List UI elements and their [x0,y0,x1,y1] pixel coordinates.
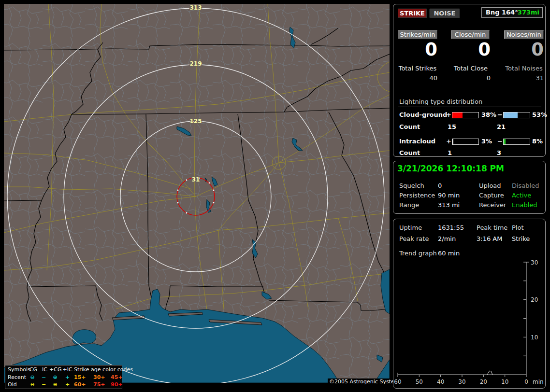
recent-pos-ic-icon: + [61,374,74,381]
bearing-readout: Bng 164° 373mi [481,7,543,18]
y-tick-30: 30 [531,260,538,266]
x-axis-unit: min [533,378,544,385]
x-tick-60: 60 [394,378,401,385]
cg-minus-bar [503,112,530,118]
squelch-label: Squelch [399,182,424,189]
x-tick-20: 20 [480,378,487,385]
legend-symbols-header: Symbols [8,366,27,374]
copyright-text: ©2005 Astrogenic Systems [328,378,404,385]
nexstorm-window: 313 219 125 31 Symbols -CG -IC +CG +IC S… [0,0,550,392]
squelch-value: 0 [438,182,442,189]
legend-col-nic: -IC [38,366,49,374]
ic-plus-count: 1 [448,149,452,156]
ic-plus-sign: + [446,138,451,145]
age-15: 15+ [74,374,93,381]
cg-plus-bar [452,112,479,118]
lightning-map[interactable]: 313 219 125 31 [4,4,390,383]
x-tick-10: 10 [501,378,508,385]
receiver-label: Receiver [479,201,506,209]
ring-label-219: 219 [189,60,202,67]
recent-pos-cg-icon: ⊕ [49,374,61,381]
map-canvas[interactable]: 313 219 125 31 [4,4,390,383]
y-tick-20: 20 [531,296,538,303]
close-per-min-button[interactable]: Close/min [451,30,490,39]
capture-status: Active [512,192,531,199]
trend-chart: 30 20 10 60 50 40 30 20 10 0 min [393,260,545,386]
age-45: 45+ [111,374,125,381]
cg-plus-pct: 38% [481,111,496,118]
peak-rate-value: 2/min [438,235,456,242]
recent-neg-cg-icon: ⊖ [27,374,38,381]
trend-panel: Uptime 1631:55 Peak time Plot Peak rate … [393,219,546,389]
total-noises-label: Total Noises [502,65,546,72]
legend-recent-label: Recent [8,374,27,381]
intracloud-label: Intracloud [399,138,435,145]
total-close-value: 0 [451,74,491,82]
stats-panel: STRIKE NOISE Bng 164° 373mi Strikes/min … [393,4,546,157]
cg-count-label: Count [399,123,420,130]
ic-minus-bar [503,139,530,145]
persistence-label: Persistence [399,192,435,199]
cg-plus-count: 15 [448,123,456,130]
ring-label-313: 313 [189,4,202,11]
ic-plus-pct: 3% [481,138,492,145]
x-tick-40: 40 [437,378,444,385]
bearing-distance: 373mi [518,8,539,17]
ic-minus-pct: 8% [532,138,543,145]
x-tick-0: 0 [524,378,528,385]
legend-col-ncg: -CG [27,366,38,374]
plot-value: Strike [512,235,530,242]
old-neg-cg-icon: ⊖ [27,381,38,388]
noises-per-min-value: 0 [504,39,544,60]
capture-label: Capture [479,192,504,199]
total-strikes-value: 40 [398,74,437,82]
total-strikes-label: Total Strikes [396,65,439,72]
strike-mode-button[interactable]: STRIKE [398,9,427,18]
recent-neg-ic-icon: − [38,374,49,381]
datetime-display: 3/21/2026 12:10:18 PM [397,164,504,173]
y-tick-10: 10 [531,334,538,341]
cg-plus-sign: + [446,111,451,118]
status-divider [393,175,545,175]
peak-time-label: Peak time [477,224,507,231]
strikes-per-min-value: 0 [398,39,437,60]
ring-label-125: 125 [189,118,202,125]
ic-minus-sign: − [497,138,503,145]
ic-minus-count: 3 [497,149,501,156]
old-pos-cg-icon: ⊕ [49,381,61,388]
total-noises-value: 31 [504,74,544,82]
receiver-status: Enabled [512,201,537,209]
old-pos-ic-icon: + [61,381,74,388]
persistence-value: 90 min [438,192,460,199]
x-tick-50: 50 [416,378,423,385]
legend-old-label: Old [8,381,27,388]
noises-per-min-button[interactable]: Noises/min [504,30,544,39]
legend-col-pic: +IC [61,366,74,374]
distribution-divider [398,107,541,107]
old-neg-ic-icon: − [38,381,49,388]
cg-minus-pct: 53% [532,111,547,118]
peak-time-value: 3:16 AM [477,235,502,242]
upload-status: Disabled [512,182,539,189]
status-panel: 3/21/2026 12:10:18 PM Squelch 0 Upload D… [393,161,546,214]
trend-series-strike [487,371,492,375]
cg-minus-count: 21 [497,123,506,130]
peak-rate-label: Peak rate [399,235,429,242]
ring-label-31: 31 [192,176,200,183]
range-label: Range [399,201,419,209]
noise-mode-button[interactable]: NOISE [430,9,460,18]
trend-graph-value: 60 min [438,250,460,257]
ic-count-label: Count [399,149,420,156]
upload-label: Upload [479,182,501,189]
age-75: 75+ [93,381,111,388]
cloud-ground-label: Cloud-ground [399,111,447,118]
age-90: 90+ [111,381,125,388]
strikes-per-min-button[interactable]: Strikes/min [398,30,437,39]
age-30: 30+ [93,374,111,381]
total-close-label: Total Close [449,65,492,72]
x-tick-30: 30 [458,378,465,385]
cg-minus-sign: − [497,111,503,118]
uptime-value: 1631:55 [438,224,464,231]
trend-graph-label: Trend graph [399,250,437,257]
plot-label: Plot [512,224,524,231]
